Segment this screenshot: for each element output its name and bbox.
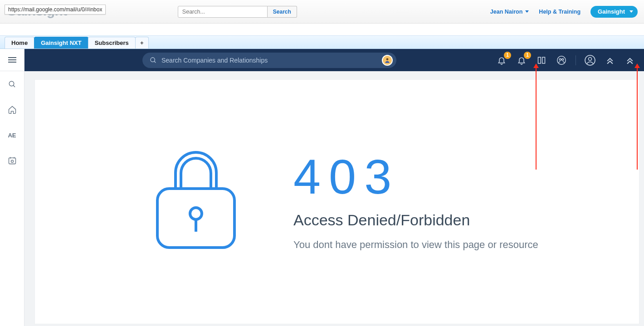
search-avatar-chip[interactable] [382,55,393,66]
body: AE 403 Access Denied/Forbidden You dont … [0,71,644,326]
lock-icon [153,148,239,252]
sidebar-calendar[interactable] [0,154,24,167]
caret-down-icon [629,10,633,13]
user-menu[interactable]: Jean Nairon [490,9,529,15]
annotation-arrow-2 [637,68,638,170]
search-icon [8,80,16,88]
error-subtitle: You dont have permission to view this pa… [293,239,538,251]
collapse-button-1[interactable] [604,54,616,66]
main-content: 403 Access Denied/Forbidden You dont hav… [24,71,644,326]
search-icon [150,57,157,64]
svg-rect-10 [9,158,15,164]
annotation-arrow-1 [536,68,537,170]
svg-point-8 [9,81,14,86]
global-search-input[interactable] [178,6,268,18]
notification-bell-1[interactable]: 1 [496,54,507,66]
tab-add[interactable]: + [135,37,149,49]
app-bar-right: 1 1 [496,54,644,66]
svg-line-1 [154,61,156,63]
tab-gainsight-nxt[interactable]: Gainsight NXT [34,37,88,49]
divider [576,55,576,65]
notification-badge: 1 [504,52,511,59]
people-button[interactable] [556,54,567,66]
svg-point-0 [151,58,155,62]
workspace-tabs: Home Gainsight NXT Subscribers + [0,35,644,49]
lock-illustration [153,148,239,252]
sidebar-home[interactable] [0,103,24,117]
help-training-link[interactable]: Help & Training [539,9,581,15]
svg-point-13 [190,208,202,219]
hamburger-icon[interactable] [8,57,16,63]
caret-down-icon [525,10,529,13]
svg-line-9 [13,85,15,87]
profile-button[interactable] [584,54,596,66]
sidebar-toggle-slot [0,49,24,71]
sidebar-search[interactable] [0,78,24,91]
app-search[interactable] [142,53,396,68]
svg-point-11 [11,160,13,162]
person-icon [384,57,390,63]
svg-point-2 [386,58,389,60]
notification-bell-2[interactable]: 1 [516,54,527,66]
tab-subscribers[interactable]: Subscribers [88,37,136,49]
error-card: 403 Access Denied/Forbidden You dont hav… [34,79,639,324]
chevrons-up-icon [625,56,634,65]
global-search: Search [178,6,297,18]
calendar-icon [8,156,17,165]
header-right: Jean Nairon Help & Training Gainsight [490,6,638,18]
app-top-bar: 1 1 [0,49,644,71]
app-pill-label: Gainsight [598,8,625,15]
global-search-button[interactable]: Search [268,6,297,18]
user-name-label: Jean Nairon [490,9,523,15]
chevrons-up-icon [605,56,615,65]
notification-badge: 1 [524,52,531,59]
home-icon [8,105,17,114]
error-title: Access Denied/Forbidden [293,211,538,229]
user-circle-icon [585,55,595,66]
svg-point-5 [562,58,564,60]
tab-home[interactable]: Home [5,37,34,49]
error-text-block: 403 Access Denied/Forbidden You dont hav… [293,152,538,251]
app-switcher-pill[interactable]: Gainsight [590,6,638,18]
url-tooltip: https://mail.google.com/mail/u/0/#inbox [5,5,106,15]
svg-point-4 [559,58,561,60]
left-sidebar: AE [0,71,24,326]
error-code: 403 [293,152,538,201]
people-icon [556,55,566,65]
sidebar-ae[interactable]: AE [0,128,24,142]
salesforce-header: https://mail.google.com/mail/u/0/#inbox … [0,0,644,24]
svg-point-7 [589,57,592,60]
svg-point-3 [557,56,566,64]
app-search-input[interactable] [161,57,382,64]
